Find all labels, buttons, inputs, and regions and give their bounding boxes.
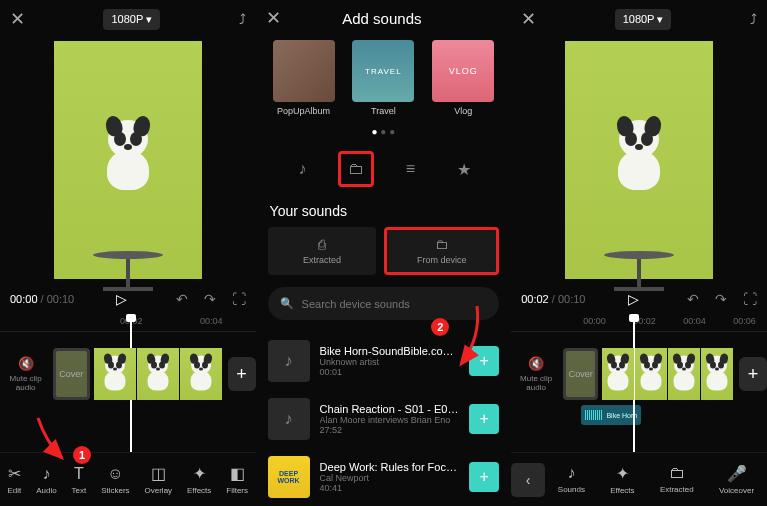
sound-duration: 27:52 xyxy=(320,425,460,435)
cover-button[interactable]: Cover xyxy=(563,348,598,400)
add-sounds-panel: ✕ Add sounds PopUpAlbumTRAVELTravelVLOGV… xyxy=(256,0,512,506)
favorites-tab[interactable]: ★ xyxy=(446,151,482,187)
effects-icon: ✦ xyxy=(193,464,206,483)
album-thumbnail: TRAVEL xyxy=(352,40,414,102)
sounds-icon: ♪ xyxy=(567,464,575,482)
clip-strip[interactable] xyxy=(602,348,733,400)
mute-icon[interactable]: 🔇 xyxy=(18,356,34,371)
tiktok-tab[interactable]: ♪ xyxy=(285,151,321,187)
search-bar[interactable]: 🔍 xyxy=(268,287,500,320)
add-sound-button[interactable]: + xyxy=(469,404,499,434)
album-thumbnail: VLOG xyxy=(432,40,494,102)
play-button[interactable]: ▷ xyxy=(628,291,639,307)
extracted-subtab[interactable]: ⎙ Extracted xyxy=(268,227,377,275)
tool-overlay[interactable]: ◫Overlay xyxy=(145,464,173,495)
back-button[interactable]: ‹ xyxy=(511,463,545,497)
redo-icon[interactable]: ↷ xyxy=(204,291,216,307)
sound-title: Deep Work: Rules for Focused… xyxy=(320,461,460,473)
music-note-icon: ♪ xyxy=(268,398,310,440)
sound-thumbnail: DEEPWORK xyxy=(268,456,310,498)
add-clip-button[interactable]: + xyxy=(739,357,766,391)
close-icon[interactable]: ✕ xyxy=(521,8,536,30)
fullscreen-icon[interactable]: ⛶ xyxy=(743,291,757,307)
sound-row[interactable]: DEEPWORKDeep Work: Rules for Focused…Cal… xyxy=(268,448,500,506)
mute-label: Mute clip audio xyxy=(0,375,51,393)
tool-sounds[interactable]: ♪Sounds xyxy=(558,464,585,495)
cover-button[interactable]: Cover xyxy=(53,348,89,400)
undo-icon[interactable]: ↶ xyxy=(687,291,699,307)
sound-title: Bike Horn-SoundBible.com-6… xyxy=(320,345,460,357)
voiceover-icon: 🎤 xyxy=(727,464,747,483)
stickers-icon: ☺ xyxy=(107,465,123,483)
sound-row[interactable]: ♪Bike Horn-SoundBible.com-6…Unknown arti… xyxy=(268,332,500,390)
overlay-icon: ◫ xyxy=(151,464,166,483)
close-icon[interactable]: ✕ xyxy=(266,7,281,29)
edit-icon: ✂ xyxy=(8,464,21,483)
audio-icon: ♪ xyxy=(42,465,50,483)
bottom-toolbar: ✂Edit♪AudioTText☺Stickers◫Overlay✦Effect… xyxy=(0,452,256,506)
video-preview[interactable] xyxy=(0,38,256,282)
close-icon[interactable]: ✕ xyxy=(10,8,25,30)
play-button[interactable]: ▷ xyxy=(116,291,127,307)
folder-tab[interactable]: 🗀 xyxy=(338,151,374,187)
mute-label: Mute clip audio xyxy=(511,375,561,393)
tool-voiceover[interactable]: 🎤Voiceover xyxy=(719,464,754,495)
time-display: 00:02 / 00:10 xyxy=(521,293,585,305)
album-travel[interactable]: TRAVELTravel xyxy=(352,40,414,116)
time-display: 00:00 / 00:10 xyxy=(10,293,74,305)
add-clip-button[interactable]: + xyxy=(228,357,256,391)
tool-text[interactable]: TText xyxy=(72,465,87,495)
editor-panel-1: ✕ 1080P ▾ ⤴ 00:00 / 00:10 ▷ ↶ ↷ ⛶ 00:020… xyxy=(0,0,256,506)
export-icon[interactable]: ⤴ xyxy=(239,11,246,27)
mute-icon[interactable]: 🔇 xyxy=(528,356,544,371)
text-icon: T xyxy=(74,465,84,483)
waveform-icon xyxy=(585,410,603,420)
sound-title: Chain Reaction - S01 - E06 -… xyxy=(320,403,460,415)
album-row: PopUpAlbumTRAVELTravelVLOGVlog xyxy=(256,36,512,120)
tool-stickers[interactable]: ☺Stickers xyxy=(101,465,129,495)
search-input[interactable] xyxy=(302,298,488,310)
section-heading: Your sounds xyxy=(256,195,512,227)
list-tab[interactable]: ≡ xyxy=(392,151,428,187)
album-popupalbum[interactable]: PopUpAlbum xyxy=(273,40,335,116)
annotation-badge-1: 1 xyxy=(73,446,91,464)
add-sound-button[interactable]: + xyxy=(469,346,499,376)
export-icon[interactable]: ⤴ xyxy=(750,11,757,27)
fullscreen-icon[interactable]: ⛶ xyxy=(232,291,246,307)
tool-audio[interactable]: ♪Audio xyxy=(36,465,56,495)
tool-effects[interactable]: ✦Effects xyxy=(187,464,211,495)
undo-icon[interactable]: ↶ xyxy=(176,291,188,307)
timeline[interactable]: 00:0000:0200:0400:06 🔇 Mute clip audio C… xyxy=(511,316,767,452)
music-note-icon: ♪ xyxy=(268,340,310,382)
video-preview[interactable] xyxy=(511,38,767,282)
audio-clip[interactable]: Bike Horn xyxy=(581,405,641,425)
album-thumbnail xyxy=(273,40,335,102)
extracted-icon: 🗀 xyxy=(669,464,685,482)
tool-edit[interactable]: ✂Edit xyxy=(7,464,21,495)
timeline[interactable]: 00:0200:04 🔇 Mute clip audio Cover + xyxy=(0,316,256,452)
redo-icon[interactable]: ↷ xyxy=(715,291,727,307)
sound-duration: 00:01 xyxy=(320,367,460,377)
editor-panel-3: ✕ 1080P ▾ ⤴ 00:02 / 00:10 ▷ ↶ ↷ ⛶ 00:000… xyxy=(511,0,767,506)
from-device-subtab[interactable]: 🗀 From device xyxy=(384,227,499,275)
tool-effects[interactable]: ✦Effects xyxy=(610,464,634,495)
filters-icon: ◧ xyxy=(230,464,245,483)
sound-artist: Alan Moore interviews Brian Eno xyxy=(320,415,460,425)
search-icon: 🔍 xyxy=(280,297,294,310)
extracted-icon: ⎙ xyxy=(318,237,326,252)
sound-duration: 40:41 xyxy=(320,483,460,493)
resolution-selector[interactable]: 1080P ▾ xyxy=(103,9,160,30)
source-tabs: ♪ 🗀 ≡ ★ xyxy=(256,143,512,195)
resolution-selector[interactable]: 1080P ▾ xyxy=(615,9,672,30)
sound-artist: Unknown artist xyxy=(320,357,460,367)
add-sound-button[interactable]: + xyxy=(469,462,499,492)
album-vlog[interactable]: VLOGVlog xyxy=(432,40,494,116)
sounds-list: ♪Bike Horn-SoundBible.com-6…Unknown arti… xyxy=(256,332,512,506)
tool-extracted[interactable]: 🗀Extracted xyxy=(660,464,694,495)
carousel-dots[interactable]: ● ● ● xyxy=(256,120,512,143)
clip-strip[interactable] xyxy=(94,348,222,400)
sound-row[interactable]: ♪Chain Reaction - S01 - E06 -…Alan Moore… xyxy=(268,390,500,448)
bottom-toolbar: ‹ ♪Sounds✦Effects🗀Extracted🎤Voiceover xyxy=(511,452,767,506)
tool-filters[interactable]: ◧Filters xyxy=(226,464,248,495)
sound-artist: Cal Newport xyxy=(320,473,460,483)
